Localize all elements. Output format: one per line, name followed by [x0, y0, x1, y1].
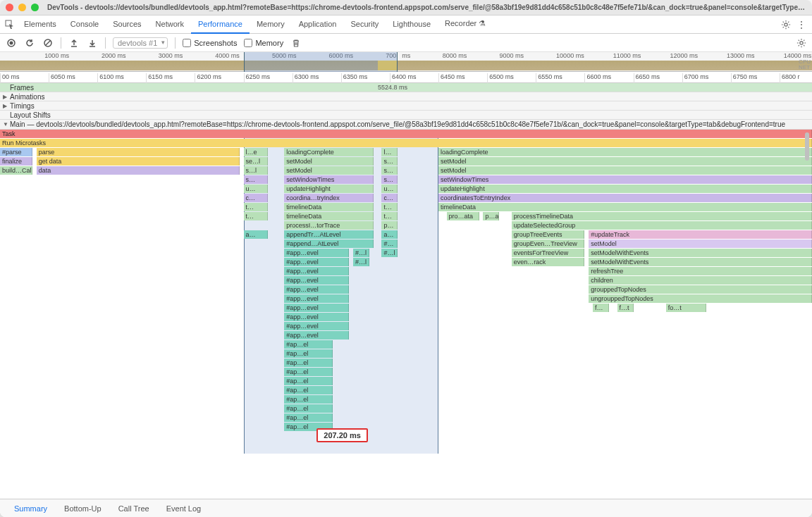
flame-bar[interactable]: timelineData: [284, 203, 374, 211]
flame-bar[interactable]: f…: [593, 304, 609, 312]
flame-bar[interactable]: #ap…el: [284, 386, 333, 394]
flame-bar[interactable]: timelineData: [284, 212, 374, 220]
disclosure-triangle-icon[interactable]: ▶: [3, 103, 10, 109]
more-menu-icon[interactable]: ⋮: [796, 19, 806, 30]
flame-bar[interactable]: eventsForTreeView: [512, 249, 585, 257]
flame-bar[interactable]: #parse: [0, 148, 32, 156]
flame-bar[interactable]: #…l: [353, 258, 369, 266]
flame-bar[interactable]: #app…evel: [284, 276, 349, 285]
flame-bar[interactable]: build…Calls: [0, 166, 32, 175]
flame-bar[interactable]: s…: [381, 175, 398, 184]
flame-bar[interactable]: f…t: [617, 304, 634, 312]
flame-bar[interactable]: #ap…el: [284, 340, 333, 349]
flame-bar[interactable]: setModel: [438, 157, 812, 166]
flame-bar[interactable]: #updateTrack: [589, 230, 812, 239]
flame-bar[interactable]: setModel: [284, 166, 374, 175]
minimize-window-button[interactable]: [18, 4, 26, 11]
flame-bar[interactable]: #app…evel: [284, 285, 349, 294]
flame-bar-microtasks[interactable]: Run Microtasks: [0, 139, 812, 147]
flame-bar[interactable]: #ap…el: [284, 368, 333, 376]
flame-bar[interactable]: s…: [244, 175, 269, 184]
flame-bar[interactable]: t…: [244, 212, 269, 220]
flame-bar[interactable]: p…: [381, 221, 398, 230]
panel-tab-elements[interactable]: Elements: [17, 15, 63, 34]
screenshots-checkbox[interactable]: Screenshots: [183, 39, 237, 47]
disclosure-triangle-icon[interactable]: ▶: [3, 94, 10, 100]
flame-bar[interactable]: updateHighlight: [438, 185, 812, 193]
overview-selection[interactable]: [244, 52, 398, 72]
disclosure-triangle-icon[interactable]: ▼: [3, 121, 10, 127]
flame-bar[interactable]: setModel: [438, 166, 812, 175]
timeline-overview[interactable]: 1000 ms2000 ms3000 ms4000 ms5000 ms6000 …: [0, 52, 812, 72]
upload-icon[interactable]: [68, 37, 80, 49]
flame-bar[interactable]: #ap…el: [284, 404, 333, 413]
flame-bar[interactable]: s…: [381, 166, 398, 175]
flame-bar[interactable]: l…e: [244, 148, 269, 156]
frames-track-header[interactable]: Frames 5524.8 ms: [0, 83, 812, 92]
panel-tab-security[interactable]: Security: [343, 15, 386, 34]
flame-bar[interactable]: parse: [37, 148, 240, 156]
flame-bar[interactable]: pro…ata: [447, 212, 479, 220]
flame-bar[interactable]: a…: [244, 230, 269, 239]
record-button[interactable]: [6, 37, 17, 49]
flame-bar[interactable]: #app…evel: [284, 258, 349, 266]
panel-tab-application[interactable]: Application: [292, 15, 344, 34]
flame-bar[interactable]: loadingComplete: [438, 148, 812, 156]
flame-bar[interactable]: s…l: [244, 166, 269, 175]
flame-bar[interactable]: t…: [381, 203, 398, 211]
flame-bar[interactable]: groupEven…TreeView: [512, 239, 585, 248]
flame-bar[interactable]: #…: [381, 239, 398, 248]
details-tab-call-tree[interactable]: Call Tree: [110, 499, 158, 518]
flame-bar[interactable]: loadingComplete: [284, 148, 374, 156]
details-tab-event-log[interactable]: Event Log: [158, 499, 210, 518]
flame-bar[interactable]: fo…t: [666, 304, 707, 312]
flame-bar[interactable]: coordina…tryIndex: [284, 194, 374, 202]
flame-bar[interactable]: s…: [381, 157, 398, 166]
flame-bar[interactable]: #ap…el: [284, 413, 333, 422]
flame-bar[interactable]: processI…torTrace: [284, 221, 374, 230]
flame-bar[interactable]: #app…evel: [284, 322, 349, 330]
flame-bar[interactable]: timelineData: [438, 203, 812, 211]
flame-bar[interactable]: a…: [381, 230, 398, 239]
flame-bar[interactable]: setWindowTimes: [438, 175, 812, 184]
maximize-window-button[interactable]: [31, 4, 39, 11]
panel-tab-sources[interactable]: Sources: [106, 15, 148, 34]
trash-icon[interactable]: [290, 37, 302, 49]
flame-bar[interactable]: updateSelectedGroup: [512, 221, 812, 230]
flame-bar[interactable]: setModel: [589, 239, 812, 248]
flame-bar[interactable]: #ap…el: [284, 377, 333, 385]
flame-chart[interactable]: Task Run Microtasks #parseparsel…eloadin…: [0, 130, 812, 454]
flame-bar[interactable]: #app…evel: [284, 331, 349, 340]
details-tab-bottom-up[interactable]: Bottom-Up: [56, 499, 110, 518]
flame-bar[interactable]: refreshTree: [589, 267, 812, 275]
panel-tab-performance[interactable]: Performance: [191, 15, 250, 34]
flame-bar[interactable]: #ap…el: [284, 359, 333, 367]
flame-bar[interactable]: #app…evel: [284, 267, 349, 275]
flame-bar[interactable]: get data: [37, 157, 240, 166]
panel-tab-memory[interactable]: Memory: [250, 15, 292, 34]
flame-bar[interactable]: c…: [381, 194, 398, 202]
flame-bar[interactable]: setModel: [284, 157, 374, 166]
flame-bar[interactable]: t…: [381, 212, 398, 220]
panel-tab-network[interactable]: Network: [149, 15, 191, 34]
flame-bar[interactable]: setModelWithEvents: [589, 258, 812, 266]
details-tab-summary[interactable]: Summary: [6, 499, 56, 518]
flame-bar[interactable]: coordinatesToEntryIndex: [438, 194, 812, 202]
close-window-button[interactable]: [6, 4, 13, 11]
flame-bar[interactable]: c…: [244, 194, 269, 202]
animations-track-header[interactable]: ▶Animations: [0, 92, 812, 101]
flame-bar[interactable]: #…l: [381, 249, 398, 257]
flame-bar[interactable]: updateHighlight: [284, 185, 374, 193]
flame-bar[interactable]: l…: [381, 148, 398, 156]
flame-bar[interactable]: data: [37, 166, 240, 175]
flame-bar[interactable]: setModelWithEvents: [589, 249, 812, 257]
target-selector[interactable]: devtools #1: [113, 37, 168, 49]
flame-bar[interactable]: setWindowTimes: [284, 175, 374, 184]
flame-bar[interactable]: even…rack: [512, 258, 585, 266]
flame-bar[interactable]: children: [589, 276, 812, 285]
main-thread-header[interactable]: ▼Main — devtools://devtools/bundled/devt…: [0, 120, 812, 130]
flame-bar[interactable]: p…a: [483, 212, 499, 220]
inspect-icon[interactable]: [3, 20, 17, 30]
flame-bar[interactable]: grouppedTopNodes: [589, 285, 812, 294]
flame-bar[interactable]: appendTr…AtLevel: [284, 230, 374, 239]
